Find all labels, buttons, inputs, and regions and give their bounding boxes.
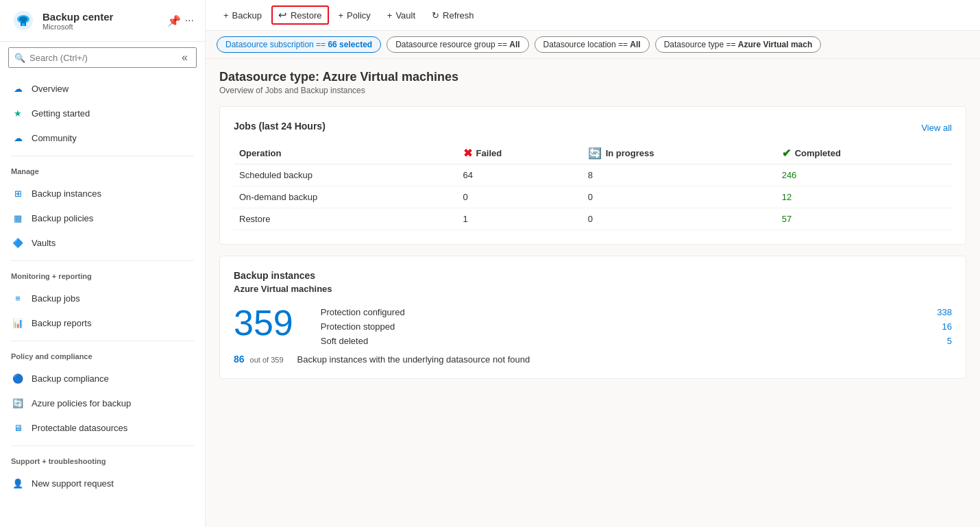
separator-policy xyxy=(11,341,194,341)
page-subtitle: Overview of Jobs and Backup instances xyxy=(219,86,966,95)
backup-label: Backup xyxy=(232,10,262,21)
group-label-support: Support + troubleshooting xyxy=(0,449,205,468)
sidebar-item-backup-jobs-label: Backup jobs xyxy=(32,293,80,304)
footer-count[interactable]: 86 xyxy=(234,354,245,365)
stat-value[interactable]: 338 xyxy=(937,307,952,317)
refresh-button[interactable]: ↻ Refresh xyxy=(425,7,481,24)
svg-rect-4 xyxy=(22,23,25,26)
pin-icon[interactable]: 📌 xyxy=(167,14,181,27)
filter-location-label: Datasource location == All xyxy=(543,40,641,49)
policy-label: Policy xyxy=(347,10,371,21)
jobs-card-title: Jobs (last 24 Hours) xyxy=(234,121,326,132)
sidebar-item-vaults-label: Vaults xyxy=(32,238,56,248)
instances-total: 359 xyxy=(234,305,304,341)
group-label-manage: Manage xyxy=(0,159,205,178)
sidebar-item-protectable-label: Protectable datasources xyxy=(32,423,127,433)
view-all-link[interactable]: View all xyxy=(921,123,952,133)
separator-monitoring xyxy=(11,260,194,261)
restore-label: Restore xyxy=(291,10,322,21)
filter-resource-group[interactable]: Datasource resource group == All xyxy=(387,36,528,53)
sidebar-item-getting-started-label: Getting started xyxy=(32,108,90,119)
page-title: Datasource type: Azure Virtual machines xyxy=(219,70,966,84)
sidebar-item-community-label: Community xyxy=(32,133,77,143)
col-operation: Operation xyxy=(234,143,458,164)
table-row: On-demand backup0012 xyxy=(234,186,952,208)
sidebar-item-overview-label: Overview xyxy=(32,84,69,94)
app-icon xyxy=(11,8,36,33)
job-failed[interactable]: 64 xyxy=(458,164,583,186)
filter-type-label: Datasource type == Azure Virtual mach xyxy=(664,40,813,49)
backup-compliance-icon: 🔵 xyxy=(11,371,25,385)
restore-icon: ↩ xyxy=(278,9,287,21)
sidebar-item-community[interactable]: ☁ Community xyxy=(0,125,205,150)
search-input[interactable] xyxy=(29,53,175,63)
progress-icon: 🔄 xyxy=(588,147,602,160)
collapse-icon[interactable]: « xyxy=(179,51,191,64)
backup-policies-icon: ▦ xyxy=(11,211,25,225)
filter-location[interactable]: Datasource location == All xyxy=(535,36,650,53)
sidebar-item-backup-policies[interactable]: ▦ Backup policies xyxy=(0,206,205,230)
sidebar-item-backup-reports[interactable]: 📊 Backup reports xyxy=(0,310,205,335)
group-label-policy: Policy and compliance xyxy=(0,344,205,363)
vault-label: Vault xyxy=(395,10,415,21)
filter-subscription[interactable]: Datasource subscription == 66 selected xyxy=(217,36,381,53)
jobs-table: Operation ✖ Failed 🔄 In progress xyxy=(234,143,952,230)
community-icon: ☁ xyxy=(11,131,25,145)
jobs-header: Jobs (last 24 Hours) View all xyxy=(234,121,952,134)
header-actions: 📌 ··· xyxy=(167,14,194,27)
sidebar-item-support-request[interactable]: 👤 New support request xyxy=(0,471,205,495)
backup-button[interactable]: + Backup xyxy=(217,7,269,24)
sidebar-item-azure-policies-label: Azure policies for backup xyxy=(32,398,131,408)
svg-point-2 xyxy=(19,16,27,22)
refresh-icon: ↻ xyxy=(432,10,439,21)
sidebar-item-getting-started[interactable]: ★ Getting started xyxy=(0,101,205,125)
sidebar-item-backup-policies-label: Backup policies xyxy=(32,213,93,223)
nav-section-main: ☁ Overview ★ Getting started ☁ Community xyxy=(0,73,205,153)
table-row: Scheduled backup648246 xyxy=(234,164,952,186)
separator-manage xyxy=(11,156,194,156)
main-content: + Backup ↩ Restore + Policy + Vault ↻ Re… xyxy=(206,0,980,527)
protectable-icon: 🖥 xyxy=(11,421,25,434)
stat-value[interactable]: 5 xyxy=(947,336,952,346)
sidebar-item-backup-jobs[interactable]: ≡ Backup jobs xyxy=(0,286,205,310)
restore-button[interactable]: ↩ Restore xyxy=(271,5,329,25)
sidebar-header: Backup center Microsoft 📌 ··· xyxy=(0,0,205,42)
stat-label: Protection stopped xyxy=(321,321,395,332)
sidebar-item-azure-policies[interactable]: 🔄 Azure policies for backup xyxy=(0,391,205,415)
instances-card-subtitle: Azure Virtual machines xyxy=(234,284,952,294)
separator-support xyxy=(11,445,194,446)
nav-section-policy: 🔵 Backup compliance 🔄 Azure policies for… xyxy=(0,363,205,443)
job-completed[interactable]: 12 xyxy=(776,186,952,208)
vault-button[interactable]: + Vault xyxy=(380,7,422,24)
filter-resource-group-label: Datasource resource group == All xyxy=(395,40,519,49)
filter-subscription-label: Datasource subscription == 66 selected xyxy=(225,40,372,49)
policy-plus-icon: + xyxy=(339,10,344,21)
job-in-progress[interactable]: 0 xyxy=(583,186,776,208)
sidebar-item-overview[interactable]: ☁ Overview xyxy=(0,76,205,101)
policy-button[interactable]: + Policy xyxy=(332,7,378,24)
stat-row: Soft deleted5 xyxy=(321,334,952,348)
sidebar-item-vaults[interactable]: 🔷 Vaults xyxy=(0,230,205,255)
more-icon[interactable]: ··· xyxy=(185,14,194,27)
job-failed[interactable]: 0 xyxy=(458,186,583,208)
job-in-progress[interactable]: 0 xyxy=(583,208,776,230)
instances-card: Backup instances Azure Virtual machines … xyxy=(219,256,966,379)
sidebar-item-protectable[interactable]: 🖥 Protectable datasources xyxy=(0,415,205,440)
sidebar-item-backup-instances[interactable]: ⊞ Backup instances xyxy=(0,181,205,206)
search-icon: 🔍 xyxy=(14,53,25,63)
sidebar-item-backup-compliance[interactable]: 🔵 Backup compliance xyxy=(0,366,205,391)
search-box[interactable]: 🔍 « xyxy=(8,47,197,68)
stat-value[interactable]: 16 xyxy=(942,321,952,332)
job-in-progress[interactable]: 8 xyxy=(583,164,776,186)
job-completed[interactable]: 246 xyxy=(776,164,952,186)
filter-type[interactable]: Datasource type == Azure Virtual mach xyxy=(655,36,822,53)
instances-stats: Protection configured338Protection stopp… xyxy=(321,305,952,348)
job-completed[interactable]: 57 xyxy=(776,208,952,230)
vaults-icon: 🔷 xyxy=(11,236,25,249)
stat-row: Protection configured338 xyxy=(321,305,952,319)
nav-section-support: 👤 New support request xyxy=(0,468,205,498)
job-failed[interactable]: 1 xyxy=(458,208,583,230)
backup-reports-icon: 📊 xyxy=(11,316,25,330)
sidebar-item-backup-compliance-label: Backup compliance xyxy=(32,373,109,384)
backup-jobs-icon: ≡ xyxy=(11,291,25,305)
